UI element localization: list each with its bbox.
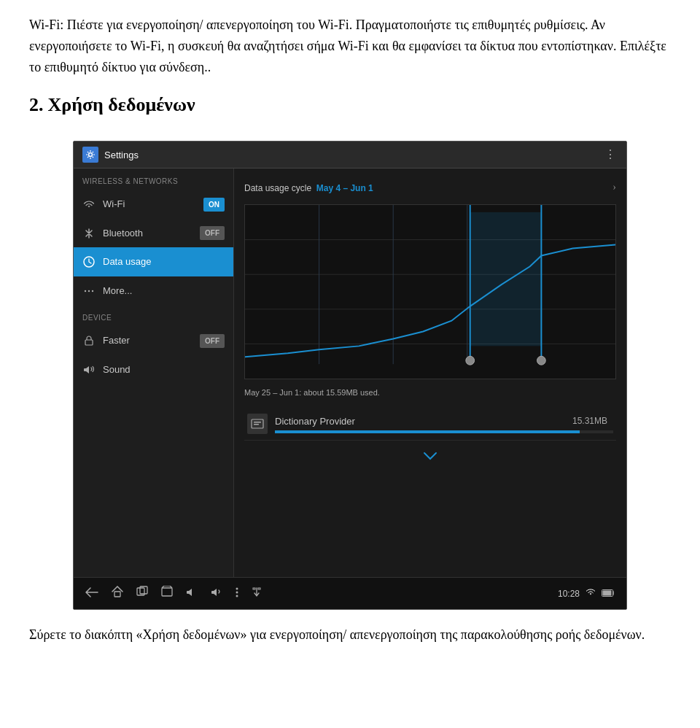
bluetooth-toggle[interactable]: OFF bbox=[200, 226, 225, 240]
time-display: 10:28 bbox=[558, 587, 580, 600]
cycle-label: Data usage cycle May 4 – Jun 1 bbox=[244, 183, 373, 193]
data-usage-icon bbox=[82, 255, 96, 268]
data-range-text: May 25 – Jun 1: about 15.59MB used. bbox=[244, 387, 616, 399]
content-panel: Data usage cycle May 4 – Jun 1 › bbox=[234, 169, 626, 577]
settings-icon bbox=[82, 147, 98, 163]
sidebar-item-wifi[interactable]: Wi-Fi ON bbox=[74, 190, 233, 219]
svg-rect-14 bbox=[470, 212, 542, 346]
screenshot-icon[interactable] bbox=[161, 585, 173, 603]
wifi-icon bbox=[82, 198, 96, 211]
svg-point-26 bbox=[236, 587, 238, 589]
app-usage-bar bbox=[275, 430, 613, 433]
svg-rect-5 bbox=[85, 340, 93, 345]
bluetooth-icon bbox=[82, 227, 96, 240]
svg-point-28 bbox=[236, 595, 238, 597]
bluetooth-label: Bluetooth bbox=[103, 226, 143, 241]
wifi-label: Wi-Fi bbox=[103, 197, 125, 212]
sidebar-item-data-usage[interactable]: Data usage bbox=[74, 247, 233, 276]
svg-point-3 bbox=[88, 290, 90, 291]
title-bar: Settings ⋮ bbox=[74, 142, 626, 169]
cycle-info: Data usage cycle May 4 – Jun 1 bbox=[244, 177, 373, 197]
data-chart[interactable] bbox=[244, 204, 616, 379]
sidebar-item-more[interactable]: More... bbox=[74, 276, 233, 306]
screenshot: Settings ⋮ WIRELESS & NETWORKS Wi-Fi ON bbox=[73, 141, 627, 610]
sidebar-item-faster[interactable]: Faster OFF bbox=[74, 326, 233, 355]
svg-rect-30 bbox=[258, 588, 260, 589]
usb-icon[interactable] bbox=[252, 585, 262, 603]
svg-rect-25 bbox=[162, 588, 172, 596]
data-usage-header: Data usage cycle May 4 – Jun 1 › bbox=[244, 177, 616, 197]
sidebar: WIRELESS & NETWORKS Wi-Fi ON bbox=[74, 169, 234, 577]
svg-point-2 bbox=[85, 290, 86, 291]
svg-rect-20 bbox=[254, 422, 261, 423]
wifi-toggle[interactable]: ON bbox=[203, 198, 225, 212]
home-icon[interactable] bbox=[112, 585, 123, 603]
faster-toggle[interactable]: OFF bbox=[200, 334, 225, 348]
data-usage-label: Data usage bbox=[103, 255, 152, 269]
svg-point-17 bbox=[466, 357, 475, 365]
app-icon bbox=[247, 414, 268, 434]
section-title: Χρήση δεδομένων bbox=[48, 90, 195, 119]
sound-label: Sound bbox=[103, 363, 131, 377]
intro-text: Wi-Fi: Πιέστε για ενεργοποίηση/ απενεργο… bbox=[29, 15, 671, 77]
nav-bar-left bbox=[85, 585, 262, 603]
app-size: 15.31MB bbox=[572, 414, 607, 427]
wifi-status-icon bbox=[586, 587, 596, 600]
recents-icon[interactable] bbox=[136, 585, 148, 603]
sidebar-section-wireless: WIRELESS & NETWORKS bbox=[74, 169, 233, 190]
section-number: 2. bbox=[29, 90, 44, 119]
app-usage-bar-fill bbox=[275, 430, 580, 433]
svg-rect-29 bbox=[253, 588, 255, 589]
app-name: Dictionary Provider bbox=[275, 414, 572, 429]
battery-icon bbox=[602, 587, 615, 600]
more-icon bbox=[82, 284, 96, 298]
scroll-indicator bbox=[244, 446, 616, 466]
main-area: WIRELESS & NETWORKS Wi-Fi ON bbox=[74, 169, 626, 577]
back-icon[interactable] bbox=[85, 585, 98, 603]
lock-icon bbox=[82, 334, 96, 347]
nav-bar: 10:28 bbox=[74, 577, 626, 609]
svg-point-27 bbox=[236, 591, 238, 593]
cycle-value: May 4 – Jun 1 bbox=[316, 183, 373, 193]
svg-rect-22 bbox=[114, 592, 120, 597]
title-bar-title: Settings bbox=[104, 148, 139, 163]
faster-label: Faster bbox=[103, 333, 130, 348]
menu-dots-icon[interactable] bbox=[236, 585, 238, 603]
volume-down-icon[interactable] bbox=[186, 585, 198, 603]
app-list-item[interactable]: Dictionary Provider 15.31MB bbox=[244, 408, 616, 441]
svg-rect-21 bbox=[254, 424, 259, 425]
svg-point-0 bbox=[89, 153, 93, 157]
svg-rect-32 bbox=[603, 590, 612, 595]
volume-up-icon[interactable] bbox=[211, 585, 222, 603]
title-bar-left: Settings bbox=[82, 147, 139, 163]
footer-text: Σύρετε το διακόπτη «Χρήση δεδομένων» για… bbox=[29, 624, 671, 646]
title-bar-menu-icon[interactable]: ⋮ bbox=[604, 146, 618, 163]
svg-point-18 bbox=[537, 357, 546, 365]
sidebar-item-sound[interactable]: Sound bbox=[74, 355, 233, 384]
sound-icon bbox=[82, 363, 96, 376]
more-label: More... bbox=[103, 284, 132, 298]
sidebar-section-device: DEVICE bbox=[74, 305, 233, 326]
chevron-right-icon[interactable]: › bbox=[612, 179, 616, 195]
nav-bar-right: 10:28 bbox=[558, 587, 615, 600]
sidebar-item-bluetooth[interactable]: Bluetooth OFF bbox=[74, 219, 233, 248]
app-item-inner: Dictionary Provider 15.31MB bbox=[275, 414, 613, 434]
svg-point-4 bbox=[92, 290, 93, 291]
